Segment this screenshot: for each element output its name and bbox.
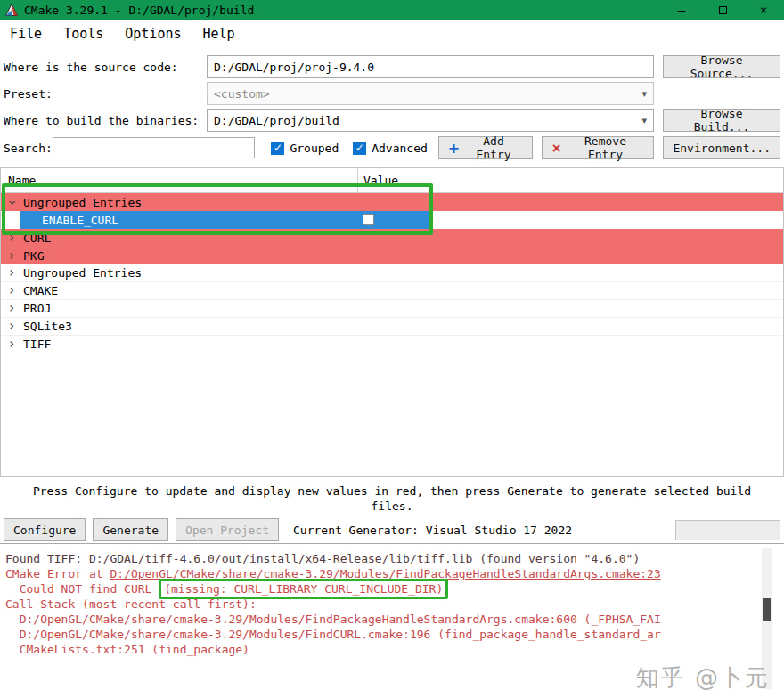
cache-entry-name: CURL <box>23 231 51 245</box>
log-line: Could NOT find CURL (missing: CURL_LIBRA… <box>5 581 784 597</box>
remove-entry-label: Remove Entry <box>567 134 645 161</box>
cache-entry-name: ENABLE_CURL <box>42 214 118 227</box>
column-header-name[interactable]: Name <box>1 168 357 192</box>
chevron-down-icon[interactable]: › <box>5 197 19 207</box>
log-line: Found TIFF: D:/GDAL/tiff-4.6.0/out/insta… <box>5 551 784 566</box>
configure-button[interactable]: Configure <box>4 518 86 541</box>
preset-value: <custom> <box>214 87 270 101</box>
chevron-down-icon: ▾ <box>641 88 647 100</box>
search-input[interactable] <box>53 137 256 158</box>
help-text: Press Configure to update and display ne… <box>0 477 784 516</box>
titlebar: CMake 3.29.1 - D:/GDAL/proj/build – × <box>0 0 784 20</box>
chevron-right-icon[interactable]: › <box>6 337 17 351</box>
menubar: File Tools Options Help <box>0 20 784 48</box>
cache-entry-name: Ungrouped Entries <box>23 266 142 280</box>
cache-entry-name: CMAKE <box>23 284 58 297</box>
chevron-right-icon[interactable]: › <box>6 320 17 333</box>
window-title: CMake 3.29.1 - D:/GDAL/proj/build <box>24 4 254 17</box>
add-entry-label: Add Entry <box>464 134 523 161</box>
advanced-checkbox[interactable]: ✓ Advanced <box>353 142 428 155</box>
cache-entry-name: TIFF <box>23 337 51 351</box>
window-controls: – × <box>661 0 784 20</box>
cache-row-cmake[interactable]: ›CMAKE <box>1 282 783 300</box>
chevron-right-icon[interactable]: › <box>6 302 17 315</box>
checkbox-checked-icon[interactable]: ✓ <box>271 142 284 155</box>
x-icon: × <box>551 141 562 155</box>
watermark: 知乎 @卜元 <box>636 670 770 686</box>
maximize-icon <box>719 6 727 14</box>
cache-row-sqlite3[interactable]: ›SQLite3 <box>1 318 783 336</box>
cmake-window: CMake 3.29.1 - D:/GDAL/proj/build – × Fi… <box>0 0 784 698</box>
remove-entry-button[interactable]: × Remove Entry <box>542 136 655 159</box>
menu-help[interactable]: Help <box>195 23 243 45</box>
add-entry-button[interactable]: + Add Entry <box>438 136 533 159</box>
menu-tools[interactable]: Tools <box>55 23 111 45</box>
log-line: CMakeLists.txt:251 (find_package) <box>5 642 784 657</box>
cache-entry-name: PKG <box>23 249 44 263</box>
progress-bar <box>675 520 780 540</box>
cache-entry-name: SQLite3 <box>23 320 72 333</box>
chevron-right-icon[interactable]: › <box>6 231 17 245</box>
cache-entry-name: Ungrouped Entries <box>23 196 142 209</box>
chevron-right-icon[interactable]: › <box>6 249 17 263</box>
search-label: Search: <box>4 142 53 155</box>
log-scrollbar-thumb[interactable] <box>763 598 771 621</box>
chevron-right-icon[interactable]: › <box>6 266 17 280</box>
search-toolbar: Search: ✓ Grouped ✓ Advanced + Add Entry… <box>0 135 784 160</box>
column-header-value[interactable]: Value <box>357 168 783 192</box>
chevron-down-icon: ▾ <box>641 115 647 126</box>
cache-row-curl[interactable]: ›CURL <box>1 229 783 247</box>
cache-row-tiff[interactable]: ›TIFF <box>1 336 783 353</box>
log-line: D:/OpenGL/CMake/share/cmake-3.29/Modules… <box>5 612 784 627</box>
cache-entry-name: PROJ <box>23 302 51 315</box>
source-code-input[interactable] <box>207 55 654 78</box>
grouped-checkbox[interactable]: ✓ Grouped <box>271 142 339 155</box>
source-code-label: Where is the source code: <box>4 61 207 74</box>
table-body: ›Ungrouped EntriesENABLE_CURL›CURL›PKG›U… <box>1 193 783 353</box>
advanced-label: Advanced <box>372 142 428 155</box>
preset-combo[interactable]: <custom> ▾ <box>207 82 654 105</box>
build-dir-label: Where to build the binaries: <box>4 114 207 127</box>
path-form: Where is the source code: Browse Source.… <box>0 48 784 132</box>
menu-options[interactable]: Options <box>117 23 189 45</box>
output-log: Found TIFF: D:/GDAL/tiff-4.6.0/out/insta… <box>0 543 784 694</box>
cache-row-pkg[interactable]: ›PKG <box>1 247 783 264</box>
open-project-button[interactable]: Open Project <box>176 518 279 541</box>
browse-build-button[interactable]: Browse Build... <box>663 109 780 132</box>
preset-label: Preset: <box>4 87 207 101</box>
environment-button[interactable]: Environment... <box>663 136 780 159</box>
cache-row-enable-curl[interactable]: ENABLE_CURL <box>20 211 432 229</box>
plus-icon: + <box>448 140 460 157</box>
current-generator-text: Current Generator: Visual Studio 17 2022 <box>293 524 572 537</box>
chevron-right-icon[interactable]: › <box>6 284 17 297</box>
build-dir-combo[interactable]: D:/GDAL/proj/build ▾ <box>207 109 654 132</box>
table-header: Name Value <box>1 168 783 193</box>
browse-source-button[interactable]: Browse Source... <box>663 55 780 78</box>
grouped-label: Grouped <box>290 142 339 155</box>
generate-button[interactable]: Generate <box>93 518 168 541</box>
log-lines: Found TIFF: D:/GDAL/tiff-4.6.0/out/insta… <box>5 551 784 657</box>
close-button[interactable]: × <box>743 0 784 20</box>
value-checkbox-unchecked[interactable] <box>363 214 374 225</box>
action-toolbar: Configure Generate Open Project Current … <box>0 516 784 543</box>
cache-row-ungrouped-entries[interactable]: ›Ungrouped Entries <box>1 264 783 282</box>
cache-table: Name Value ›Ungrouped EntriesENABLE_CURL… <box>0 167 784 477</box>
maximize-button[interactable] <box>702 0 743 20</box>
checkbox-checked-icon[interactable]: ✓ <box>353 142 366 155</box>
build-dir-value: D:/GDAL/proj/build <box>214 114 339 127</box>
help-line-1: Press Configure to update and display ne… <box>0 483 784 499</box>
menu-file[interactable]: File <box>2 23 50 45</box>
cmake-logo-icon <box>4 3 19 17</box>
help-line-2: files. <box>0 499 784 514</box>
cache-row-proj[interactable]: ›PROJ <box>1 300 783 318</box>
minimize-button[interactable]: – <box>661 0 702 20</box>
cache-row-ungrouped-entries[interactable]: ›Ungrouped Entries <box>1 193 783 211</box>
log-line: D:/OpenGL/CMake/share/cmake-3.29/Modules… <box>5 627 784 642</box>
